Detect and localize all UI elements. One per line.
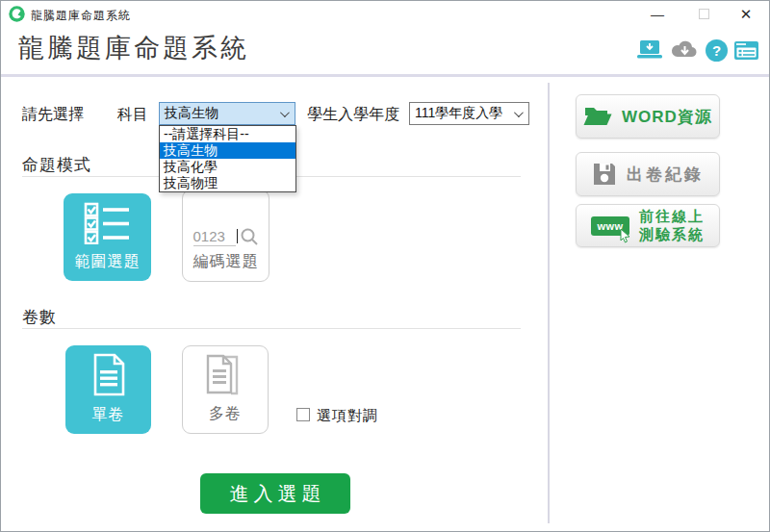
code-select-tile[interactable]: 0123 編碼選題 <box>182 190 270 282</box>
laptop-download-icon[interactable] <box>635 38 664 62</box>
close-button[interactable]: ✕ <box>725 1 767 27</box>
exam-record-button[interactable]: 出卷紀錄 <box>576 152 720 196</box>
document-icon <box>89 345 129 405</box>
save-icon <box>592 162 617 187</box>
text-caret <box>237 229 238 243</box>
multi-paper-tile[interactable]: 多卷 <box>182 345 269 434</box>
minimize-button[interactable]: — <box>638 1 677 27</box>
subject-dropdown-list: --請選擇科目-- 技高生物 技高化學 技高物理 <box>159 125 296 192</box>
mode-section-title: 命題模式 <box>22 154 91 176</box>
exam-list-icon[interactable] <box>733 39 759 62</box>
chevron-down-icon <box>514 108 524 117</box>
range-select-tile[interactable]: 範圍選題 <box>64 193 151 281</box>
documents-stack-icon <box>202 346 248 404</box>
titlebar: 龍騰題庫命題系統 — ✕ <box>1 1 770 28</box>
cursor-icon <box>618 228 633 243</box>
help-icon[interactable]: ? <box>706 39 728 62</box>
maximize-button <box>684 1 723 27</box>
exam-record-label: 出卷紀錄 <box>627 164 704 186</box>
enter-selection-button[interactable]: 進入選題 <box>200 473 350 514</box>
search-icon <box>240 227 259 246</box>
online-test-line1: 前往線上 <box>639 208 705 224</box>
swap-options-checkbox[interactable] <box>296 408 310 421</box>
page-title: 龍騰題庫命題系統 <box>18 31 249 65</box>
word-resource-button[interactable]: WORD資源 <box>576 94 720 139</box>
header-divider <box>1 74 770 77</box>
year-label: 學生入學年度 <box>307 105 399 125</box>
online-test-label: 前往線上 測驗系統 <box>639 208 705 244</box>
year-select[interactable]: 111學年度入學 <box>409 102 529 125</box>
checklist-icon <box>84 193 132 252</box>
dropdown-option[interactable]: 技高化學 <box>160 159 295 175</box>
code-input[interactable]: 0123 <box>193 228 236 246</box>
app-logo-icon <box>9 6 25 22</box>
single-paper-tile[interactable]: 單卷 <box>65 345 151 434</box>
vertical-divider <box>548 83 550 523</box>
code-input-value: 0123 <box>193 228 225 244</box>
subject-select-value: 技高生物 <box>165 105 218 122</box>
range-select-label: 範圍選題 <box>75 252 141 281</box>
titlebar-title: 龍騰題庫命題系統 <box>31 8 131 24</box>
prompt-label: 請先選擇 <box>22 105 84 125</box>
maximize-icon <box>699 9 709 19</box>
dropdown-option-selected[interactable]: 技高生物 <box>160 142 295 159</box>
single-paper-label: 單卷 <box>92 405 125 434</box>
online-test-line2: 測驗系統 <box>639 226 705 242</box>
header-toolbar: ? <box>635 38 759 63</box>
word-resource-label: WORD資源 <box>622 106 712 128</box>
section-divider <box>22 328 521 329</box>
online-test-button[interactable]: www 前往線上 測驗系統 <box>576 204 720 247</box>
chevron-down-icon <box>280 108 290 117</box>
app-window: { "window": { "titlebar_title": "龍騰題庫命題系… <box>0 0 770 532</box>
folder-icon <box>583 105 612 128</box>
dropdown-option[interactable]: 技高物理 <box>160 175 295 191</box>
subject-select[interactable]: 技高生物 <box>159 102 295 125</box>
copies-section-title: 卷數 <box>22 306 57 328</box>
dropdown-option[interactable]: --請選擇科目-- <box>160 126 295 142</box>
code-entry: 0123 <box>193 190 259 252</box>
subject-label: 科目 <box>117 105 148 125</box>
cloud-download-icon[interactable] <box>670 38 700 62</box>
year-select-value: 111學年度入學 <box>415 105 502 122</box>
code-select-label: 編碼選題 <box>193 252 259 281</box>
www-icon: www <box>591 216 629 236</box>
multi-paper-label: 多卷 <box>209 404 242 433</box>
swap-options-label: 選項對調 <box>317 407 378 425</box>
